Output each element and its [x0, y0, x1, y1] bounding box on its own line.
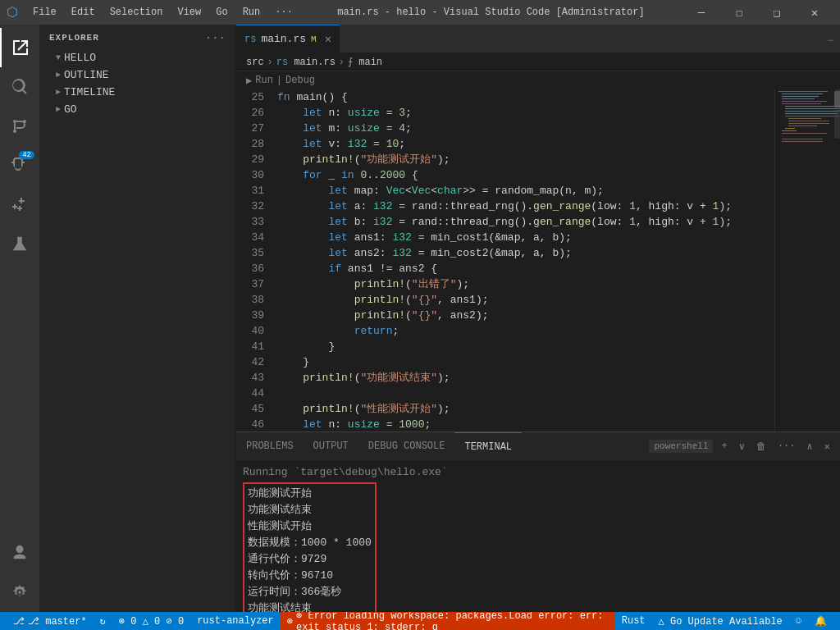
sidebar-item-timeline[interactable]: ► TIMELINE [39, 84, 235, 101]
svg-rect-21 [782, 130, 797, 131]
panel-collapse-icon[interactable]: ∧ [804, 439, 816, 454]
activity-extensions[interactable] [0, 185, 39, 225]
git-branch-status[interactable]: ⎇ ⎇ master* [7, 612, 94, 630]
line-number: 27 [236, 121, 277, 136]
code-editor[interactable]: 25fn main() {26 let n: usize = 3;27 let … [236, 89, 774, 431]
panel-more-icon[interactable]: ··· [774, 439, 799, 454]
tab-terminal[interactable]: TERMINAL [454, 432, 522, 461]
extensions-icon [10, 195, 30, 215]
svg-rect-12 [785, 108, 840, 109]
line-code: } [277, 339, 732, 354]
line-number: 36 [236, 261, 277, 276]
split-terminal-icon[interactable]: ∨ [736, 439, 748, 454]
code-line-26: 26 let n: usize = 3; [236, 105, 732, 121]
activity-explorer[interactable] [0, 28, 39, 67]
line-code: } [277, 354, 732, 370]
code-line-44: 44 [236, 386, 732, 401]
menu-selection[interactable]: Selection [103, 5, 170, 20]
debug-link[interactable]: Debug [285, 75, 315, 86]
activity-search[interactable] [0, 67, 39, 107]
code-line-46: 46 let n: usize = 1000; [236, 417, 732, 431]
menu-edit[interactable]: Edit [65, 5, 102, 20]
breadcrumb-src[interactable]: src [246, 57, 264, 68]
line-number: 28 [236, 136, 277, 152]
split-editor-icon[interactable]: … [828, 33, 833, 44]
restore-button[interactable]: ❑ [758, 0, 796, 25]
svg-rect-26 [834, 91, 840, 107]
line-number: 32 [236, 199, 277, 214]
line-number: 35 [236, 245, 277, 261]
separator: | [276, 75, 282, 86]
error-icon: ⊗ [287, 615, 293, 628]
tab-bar-actions: … [828, 33, 840, 44]
sync-status[interactable]: ↻ [94, 612, 112, 630]
error-text: ⊗ Error loading workspace: packages.Load… [296, 609, 609, 631]
line-code: for _ in 0..2000 { [277, 167, 732, 183]
line-number: 39 [236, 308, 277, 323]
tab-problems[interactable]: PROBLEMS [236, 432, 304, 461]
tab-main-rs[interactable]: rs main.rs M ✕ [236, 25, 340, 53]
fn-icon: ⨍ [348, 57, 353, 68]
rust-analyzer-status[interactable]: rust-analyzer [190, 612, 281, 630]
menu-go[interactable]: Go [209, 5, 234, 20]
minimize-button[interactable]: — [682, 0, 720, 25]
activity-accounts[interactable] [0, 533, 39, 573]
run-link[interactable]: Run [255, 75, 273, 86]
sidebar-item-outline[interactable]: ► OUTLINE [39, 66, 235, 84]
panel-close-icon[interactable]: ✕ [821, 439, 833, 454]
language-status[interactable]: Rust [615, 612, 652, 630]
line-code: let ans1: i32 = min_cost1(&map, a, b); [277, 230, 732, 245]
line-code: println!("出错了"); [277, 276, 732, 292]
line-code: let a: i32 = rand::thread_rng().gen_rang… [277, 199, 732, 214]
sidebar-header: EXPLORER ··· [39, 25, 235, 48]
svg-rect-17 [788, 121, 829, 121]
line-number: 43 [236, 370, 277, 386]
errors-warnings-status[interactable]: ⊗ 0 △ 0 ⊘ 0 [112, 612, 190, 630]
activity-debug[interactable]: 42 [0, 146, 39, 185]
add-terminal-icon[interactable]: + [718, 439, 730, 454]
breadcrumb-mainrs[interactable]: rs main.rs [276, 57, 336, 68]
activity-git[interactable] [0, 107, 39, 146]
svg-rect-10 [782, 103, 821, 104]
code-line-39: 39 println!("{}", ans2); [236, 308, 732, 323]
terminal-line-7: 运行时间：366毫秒 [248, 584, 372, 600]
sidebar-item-hello[interactable]: ▼ HELLO [39, 49, 235, 66]
sidebar-more-actions[interactable]: ··· [205, 31, 226, 44]
activity-test[interactable] [0, 225, 39, 264]
maximize-button[interactable]: ☐ [720, 0, 758, 25]
menu-file[interactable]: File [26, 5, 63, 20]
sidebar-item-go[interactable]: ► GO [39, 101, 235, 118]
tab-output[interactable]: OUTPUT [304, 432, 358, 461]
line-code: println!("{}", ans1); [277, 292, 732, 308]
status-bar: ⎇ ⎇ master* ↻ ⊗ 0 △ 0 ⊘ 0 rust-analyzer … [0, 612, 840, 630]
code-line-31: 31 let map: Vec<Vec<char>> = random_map(… [236, 183, 732, 199]
tab-close-button[interactable]: ✕ [325, 32, 331, 46]
tab-debug-console[interactable]: DEBUG CONSOLE [358, 432, 455, 461]
menu-view[interactable]: View [171, 5, 208, 20]
terminal-line-8: 功能测试结束 [248, 600, 372, 612]
terminal-content[interactable]: Running `target\debug\hello.exe` 功能测试开始 … [236, 461, 840, 612]
breadcrumb-main[interactable]: ⨍ main [348, 56, 382, 68]
activity-settings[interactable] [0, 573, 39, 612]
panel-actions: powershell + ∨ 🗑 ··· ∧ ✕ [649, 439, 840, 454]
line-code: println!("性能测试开始"); [277, 401, 732, 417]
line-code: let n: usize = 1000; [277, 417, 732, 431]
close-button[interactable]: ✕ [796, 0, 833, 25]
status-bar-right: ⊗ ⊗ Error loading workspace: packages.Lo… [281, 612, 833, 630]
kill-terminal-icon[interactable]: 🗑 [753, 439, 769, 454]
minimap [774, 89, 840, 431]
menu-more[interactable]: ··· [268, 5, 299, 20]
code-line-34: 34 let ans1: i32 = min_cost1(&map, a, b)… [236, 230, 732, 245]
error-loading-status[interactable]: ⊗ ⊗ Error loading workspace: packages.Lo… [281, 612, 615, 630]
svg-rect-16 [788, 118, 821, 119]
bell-icon: 🔔 [815, 615, 827, 628]
svg-rect-22 [782, 133, 827, 134]
code-line-45: 45 println!("性能测试开始"); [236, 401, 732, 417]
svg-rect-6 [782, 94, 823, 94]
line-number: 37 [236, 276, 277, 292]
feedback-button[interactable]: ☺ [789, 612, 808, 630]
go-update-status[interactable]: △ Go Update Available [652, 612, 789, 630]
notifications-button[interactable]: 🔔 [808, 612, 833, 630]
menu-run[interactable]: Run [236, 5, 267, 20]
line-code: let n: usize = 3; [277, 105, 732, 121]
